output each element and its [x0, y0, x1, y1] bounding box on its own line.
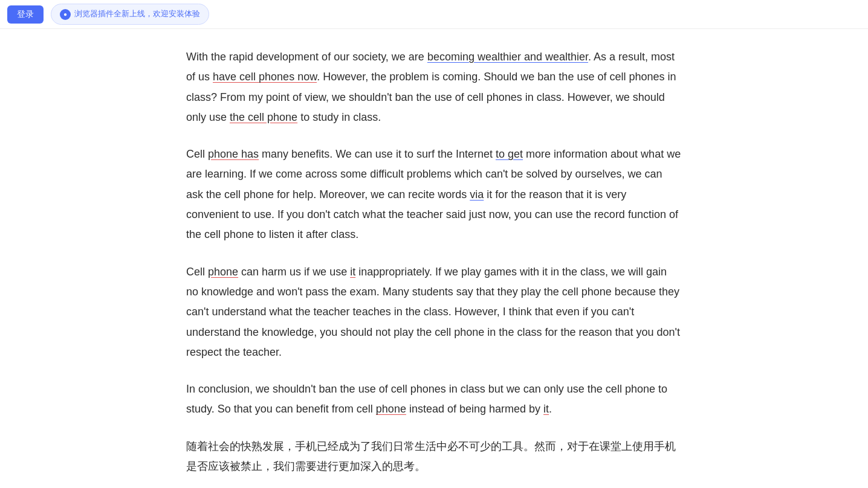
para1-text-end: to study in class.	[297, 111, 381, 123]
para4-text-mid: instead of being harmed by	[406, 403, 543, 415]
paragraph-2: Cell phone has many benefits. We can use…	[186, 144, 682, 245]
para1-link-2[interactable]: have cell phones now	[213, 71, 317, 83]
paragraph-1: With the rapid development of our societ…	[186, 47, 682, 127]
para3-link-1[interactable]: phone	[208, 266, 238, 278]
para1-link-1[interactable]: becoming wealthier and wealthier	[427, 51, 588, 63]
para3-text-mid2: inappropriately. If we play games with i…	[186, 266, 680, 358]
para1-link-3[interactable]: the cell phone	[230, 111, 297, 123]
para2-link-3[interactable]: via	[470, 188, 484, 201]
para4-link-1[interactable]: phone	[376, 403, 406, 415]
top-bar: 登录 ● 浏览器插件全新上线，欢迎安装体验	[0, 0, 868, 29]
content-area: With the rapid development of our societ…	[162, 29, 706, 488]
para2-link-1[interactable]: phone has	[208, 148, 259, 160]
paragraph-3: Cell phone can harm us if we use it inap…	[186, 262, 682, 362]
para2-text-start: Cell	[186, 148, 208, 160]
plugin-banner[interactable]: ● 浏览器插件全新上线，欢迎安装体验	[51, 4, 209, 24]
plugin-icon: ●	[60, 9, 71, 20]
plugin-text: 浏览器插件全新上线，欢迎安装体验	[74, 7, 200, 21]
paragraph-4: In conclusion, we shouldn't ban the use …	[186, 379, 682, 420]
para3-text-mid1: can harm us if we use	[238, 266, 350, 278]
para2-text-mid1: many benefits. We can use it to surf the…	[259, 148, 496, 160]
para4-link-2[interactable]: it	[543, 403, 549, 415]
para3-text-start: Cell	[186, 266, 208, 278]
para2-link-2[interactable]: to get	[496, 148, 523, 160]
para1-text-start: With the rapid development of our societ…	[186, 51, 427, 63]
para3-link-2[interactable]: it	[350, 266, 355, 278]
login-button[interactable]: 登录	[7, 5, 44, 24]
paragraph-5-chinese: 随着社会的快熟发展，手机已经成为了我们日常生活中必不可少的工具。然而，对于在课堂…	[186, 437, 682, 477]
para4-text-end: .	[549, 403, 552, 415]
